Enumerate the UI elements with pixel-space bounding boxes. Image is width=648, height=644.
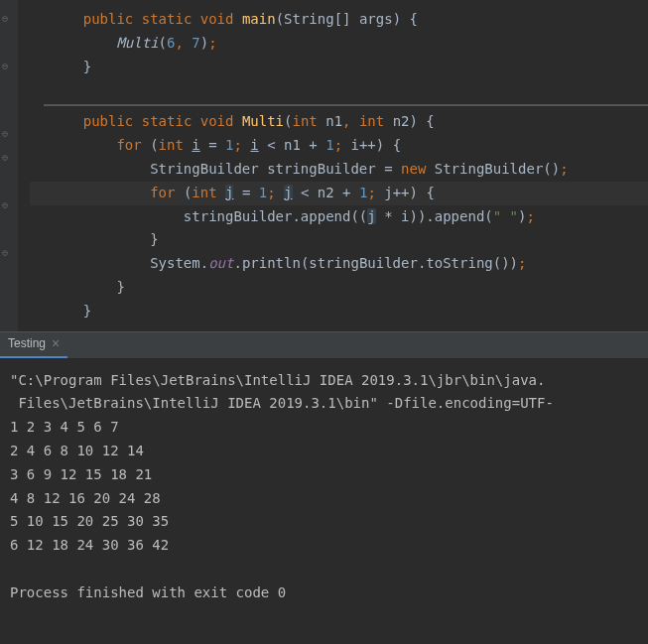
tab-testing[interactable]: Testing × bbox=[0, 332, 67, 358]
code-token: ( bbox=[284, 113, 292, 129]
code-line[interactable] bbox=[30, 78, 648, 100]
code-token: , bbox=[342, 113, 359, 129]
code-token: System. bbox=[150, 255, 208, 271]
code-token: < n2 + bbox=[293, 185, 359, 200]
code-line[interactable]: } bbox=[30, 300, 648, 323]
code-token: ) { bbox=[410, 113, 435, 129]
code-token: i++) { bbox=[351, 137, 402, 153]
code-token: j++) { bbox=[384, 185, 435, 200]
code-token: } bbox=[150, 231, 158, 247]
code-token: ; bbox=[526, 208, 534, 224]
code-token: i bbox=[250, 137, 258, 153]
close-icon[interactable]: × bbox=[52, 332, 60, 356]
code-token: ; bbox=[267, 185, 284, 200]
run-tab-bar: Testing × bbox=[0, 331, 648, 359]
code-token: 1 bbox=[259, 185, 267, 200]
code-token: i bbox=[192, 137, 199, 153]
code-token: Multi bbox=[242, 113, 284, 129]
code-token: main bbox=[242, 11, 276, 27]
code-token: ( bbox=[159, 35, 167, 51]
code-line[interactable]: for (int i = 1; i < n1 + 1; i++) { bbox=[30, 134, 648, 158]
code-token: < n1 + bbox=[259, 137, 325, 153]
code-token: void bbox=[200, 113, 242, 129]
code-token: = bbox=[200, 137, 225, 153]
fold-icon[interactable]: ⊖ bbox=[2, 10, 14, 22]
code-token: ; bbox=[367, 185, 384, 200]
code-line[interactable]: } bbox=[30, 56, 648, 79]
code-line[interactable]: } bbox=[30, 228, 648, 252]
code-token: int bbox=[159, 137, 193, 153]
code-token: 1 bbox=[325, 137, 333, 153]
code-line[interactable]: Multi(6, 7); bbox=[30, 32, 648, 56]
code-line[interactable]: System.out.println(stringBuilder.toStrin… bbox=[30, 252, 648, 276]
code-token: } bbox=[83, 303, 91, 319]
code-token: n1 bbox=[325, 113, 342, 129]
code-token: static bbox=[142, 113, 200, 129]
code-token: ; bbox=[334, 137, 351, 153]
tab-label: Testing bbox=[8, 333, 46, 353]
code-token: ) bbox=[200, 35, 208, 51]
fold-icon[interactable]: ⊖ bbox=[2, 244, 14, 256]
code-token: String[] args bbox=[284, 11, 393, 27]
code-line[interactable]: public static void main(String[] args) { bbox=[30, 8, 648, 32]
code-line[interactable]: public static void Multi(int n1, int n2)… bbox=[30, 110, 648, 134]
code-editor[interactable]: ⊖ ⊖ ⊖ ⊖ ⊖ ⊖ public static void main(Stri… bbox=[0, 0, 648, 331]
code-area[interactable]: public static void main(String[] args) {… bbox=[30, 8, 648, 323]
code-token: new bbox=[401, 161, 435, 177]
code-token: j bbox=[367, 208, 375, 224]
code-token: out bbox=[208, 255, 233, 271]
fold-icon[interactable]: ⊖ bbox=[2, 149, 14, 161]
code-token: public bbox=[83, 113, 142, 129]
code-token: ; bbox=[518, 255, 526, 271]
run-console[interactable]: "C:\Program Files\JetBrains\IntelliJ IDE… bbox=[0, 359, 648, 615]
fold-icon[interactable]: ⊖ bbox=[2, 196, 14, 208]
code-token: " " bbox=[493, 208, 518, 224]
code-token: stringBuilder.append(( bbox=[184, 208, 367, 224]
code-token: } bbox=[83, 59, 91, 74]
code-line[interactable]: stringBuilder.append((j * i)).append(" "… bbox=[30, 205, 648, 229]
code-token: } bbox=[116, 279, 124, 295]
code-token: 7 bbox=[192, 35, 199, 51]
separator-bar bbox=[44, 104, 648, 106]
code-token: ; bbox=[233, 137, 250, 153]
code-token: j bbox=[284, 185, 292, 200]
code-token: ( bbox=[276, 11, 284, 27]
editor-gutter: ⊖ ⊖ ⊖ ⊖ ⊖ ⊖ bbox=[0, 0, 18, 331]
fold-icon[interactable]: ⊖ bbox=[2, 125, 14, 137]
code-line[interactable]: } bbox=[30, 276, 648, 300]
code-token: int bbox=[192, 185, 225, 200]
code-token: for bbox=[150, 185, 184, 200]
fold-icon[interactable]: ⊖ bbox=[2, 58, 14, 69]
code-token: ; bbox=[208, 35, 216, 51]
code-token: StringBuilder stringBuilder = bbox=[150, 161, 401, 177]
code-token: .println(stringBuilder.toString()) bbox=[233, 255, 518, 271]
code-line[interactable]: for (int j = 1; j < n2 + 1; j++) { bbox=[30, 182, 648, 205]
code-token: ) { bbox=[393, 11, 418, 27]
code-token: Multi bbox=[116, 35, 158, 51]
code-token: for bbox=[116, 137, 150, 153]
code-token: n2 bbox=[393, 113, 410, 129]
code-token: ; bbox=[560, 161, 568, 177]
code-token: public bbox=[83, 11, 142, 27]
code-token: StringBuilder() bbox=[435, 161, 560, 177]
code-token: ( bbox=[150, 137, 158, 153]
code-token: , bbox=[175, 35, 192, 51]
code-token: static bbox=[142, 11, 200, 27]
code-token: * i)).append( bbox=[376, 208, 493, 224]
code-token: = bbox=[233, 185, 258, 200]
code-token: void bbox=[200, 11, 242, 27]
code-token: int bbox=[293, 113, 326, 129]
code-token: int bbox=[359, 113, 393, 129]
code-line[interactable]: StringBuilder stringBuilder = new String… bbox=[30, 158, 648, 182]
